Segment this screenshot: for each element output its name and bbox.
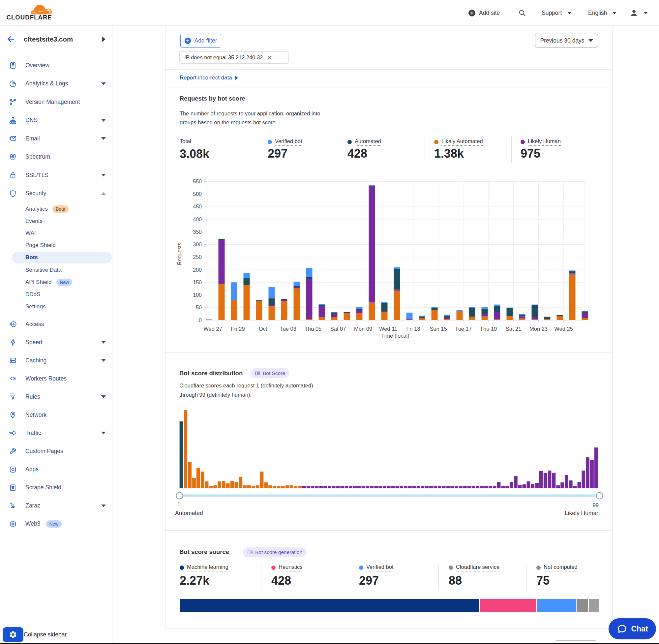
svg-text:550: 550 xyxy=(193,179,202,184)
svg-text:150: 150 xyxy=(193,280,202,285)
svg-text:Thu 05: Thu 05 xyxy=(305,326,322,332)
svg-text:Sat 07: Sat 07 xyxy=(330,326,346,332)
svg-text:Fri 29: Fri 29 xyxy=(231,326,245,332)
svg-text:Wed 25: Wed 25 xyxy=(554,326,573,332)
svg-text:350: 350 xyxy=(193,229,202,235)
svg-text:450: 450 xyxy=(193,204,202,209)
svg-text:Sun 15: Sun 15 xyxy=(429,326,447,332)
svg-text:250: 250 xyxy=(193,254,202,260)
svg-text:Fri 13: Fri 13 xyxy=(406,326,420,332)
svg-text:50: 50 xyxy=(196,305,202,310)
svg-text:100: 100 xyxy=(193,292,202,298)
svg-text:Oct: Oct xyxy=(259,326,267,332)
svg-text:200: 200 xyxy=(193,267,202,273)
svg-text:CLOUDFLARE: CLOUDFLARE xyxy=(6,14,52,21)
svg-text:Requests: Requests xyxy=(177,243,182,265)
svg-text:Mon 23: Mon 23 xyxy=(529,326,547,332)
svg-text:400: 400 xyxy=(193,217,202,222)
svg-text:Tue 17: Tue 17 xyxy=(455,326,472,332)
svg-text:Mon 09: Mon 09 xyxy=(354,326,372,332)
svg-text:Tue 03: Tue 03 xyxy=(280,326,297,332)
svg-text:500: 500 xyxy=(193,191,202,197)
svg-text:0: 0 xyxy=(199,318,202,323)
svg-text:300: 300 xyxy=(193,242,202,247)
svg-text:Sat 21: Sat 21 xyxy=(506,326,521,332)
svg-text:Wed 11: Wed 11 xyxy=(379,326,397,332)
svg-text:Wed 27: Wed 27 xyxy=(204,326,222,332)
svg-text:Thu 19: Thu 19 xyxy=(480,326,497,332)
svg-text:Time (local): Time (local) xyxy=(381,333,409,339)
